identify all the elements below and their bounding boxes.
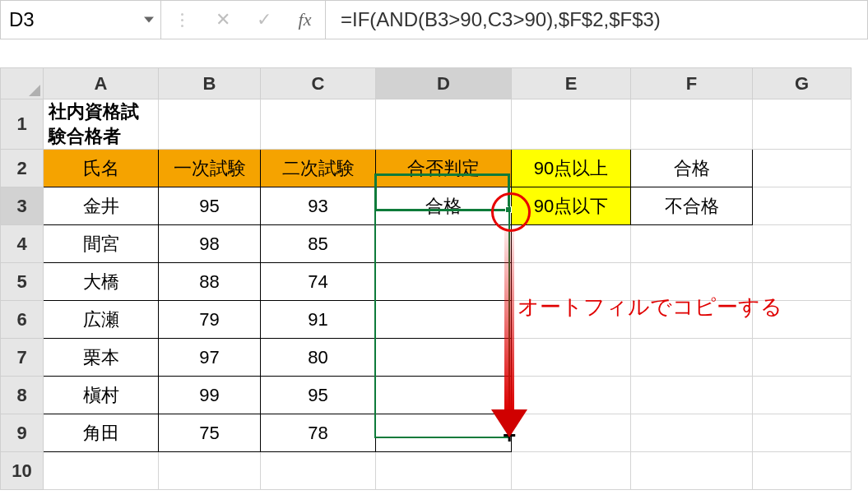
cell-C10[interactable] bbox=[261, 452, 376, 490]
row-header-5[interactable]: 5 bbox=[1, 263, 44, 301]
cell-B1[interactable] bbox=[159, 99, 261, 150]
row-header-8[interactable]: 8 bbox=[1, 377, 44, 414]
col-header-D[interactable]: D bbox=[376, 68, 512, 99]
cell-B2[interactable]: 一次試験 bbox=[159, 150, 261, 187]
col-header-F[interactable]: F bbox=[631, 68, 753, 99]
cell-D6[interactable] bbox=[376, 301, 512, 339]
cell-E5[interactable] bbox=[512, 263, 631, 301]
cell-B8[interactable]: 99 bbox=[159, 377, 261, 414]
cancel-icon: ✕ bbox=[202, 1, 244, 39]
cell-C4[interactable]: 85 bbox=[261, 225, 376, 263]
cell-E2[interactable]: 90点以上 bbox=[512, 150, 631, 187]
name-box-value: D3 bbox=[9, 8, 35, 31]
cell-E8[interactable] bbox=[512, 377, 631, 414]
cell-A3[interactable]: 金井 bbox=[44, 187, 159, 225]
formula-bar-buttons: ✕ ✓ fx bbox=[161, 1, 326, 39]
cell-C3[interactable]: 93 bbox=[261, 187, 376, 225]
cell-D1[interactable] bbox=[376, 99, 512, 150]
formula-input[interactable]: =IF(AND(B3>90,C3>90),$F$2,$F$3) bbox=[326, 1, 867, 39]
cell-F1[interactable] bbox=[631, 99, 753, 150]
cell-D4[interactable] bbox=[376, 225, 512, 263]
cell-G5[interactable] bbox=[753, 263, 852, 301]
cell-A5[interactable]: 大橋 bbox=[44, 263, 159, 301]
cell-B6[interactable]: 79 bbox=[159, 301, 261, 339]
cell-D3[interactable]: 合格 bbox=[376, 187, 512, 225]
cell-F3[interactable]: 不合格 bbox=[631, 187, 753, 225]
cell-G9[interactable] bbox=[753, 414, 852, 452]
cell-E7[interactable] bbox=[512, 339, 631, 377]
cell-F6[interactable] bbox=[631, 301, 753, 339]
name-box[interactable]: D3 bbox=[1, 1, 161, 39]
row-header-7[interactable]: 7 bbox=[1, 339, 44, 377]
cell-A2[interactable]: 氏名 bbox=[44, 150, 159, 187]
cell-F10[interactable] bbox=[631, 452, 753, 490]
row-header-4[interactable]: 4 bbox=[1, 225, 44, 263]
cell-C7[interactable]: 80 bbox=[261, 339, 376, 377]
col-header-C[interactable]: C bbox=[261, 68, 376, 99]
col-header-G[interactable]: G bbox=[753, 68, 852, 99]
cell-G1[interactable] bbox=[753, 99, 852, 150]
col-header-E[interactable]: E bbox=[512, 68, 631, 99]
cell-F2[interactable]: 合格 bbox=[631, 150, 753, 187]
cell-G3[interactable] bbox=[753, 187, 852, 225]
cell-E3[interactable]: 90点以下 bbox=[512, 187, 631, 225]
chevron-down-icon[interactable] bbox=[144, 17, 154, 23]
cell-C2[interactable]: 二次試験 bbox=[261, 150, 376, 187]
cell-A10[interactable] bbox=[44, 452, 159, 490]
cell-A7[interactable]: 栗本 bbox=[44, 339, 159, 377]
cell-D2[interactable]: 合否判定 bbox=[376, 150, 512, 187]
cell-A8[interactable]: 槇村 bbox=[44, 377, 159, 414]
cell-G8[interactable] bbox=[753, 377, 852, 414]
cell-G10[interactable] bbox=[753, 452, 852, 490]
col-header-B[interactable]: B bbox=[159, 68, 261, 99]
row-header-1[interactable]: 1 bbox=[1, 99, 44, 150]
cell-B9[interactable]: 75 bbox=[159, 414, 261, 452]
cell-B3[interactable]: 95 bbox=[159, 187, 261, 225]
cell-A1[interactable]: 社内資格試験合格者 bbox=[44, 99, 159, 150]
cell-C1[interactable] bbox=[261, 99, 376, 150]
row-header-9[interactable]: 9 bbox=[1, 414, 44, 452]
cell-B5[interactable]: 88 bbox=[159, 263, 261, 301]
cell-F7[interactable] bbox=[631, 339, 753, 377]
row-header-6[interactable]: 6 bbox=[1, 301, 44, 339]
cell-C9[interactable]: 78 bbox=[261, 414, 376, 452]
cell-B4[interactable]: 98 bbox=[159, 225, 261, 263]
cell-D10[interactable] bbox=[376, 452, 512, 490]
cell-F5[interactable] bbox=[631, 263, 753, 301]
cell-B7[interactable]: 97 bbox=[159, 339, 261, 377]
expand-icon bbox=[161, 1, 202, 39]
cell-G2[interactable] bbox=[753, 150, 852, 187]
row-header-3[interactable]: 3 bbox=[1, 187, 44, 225]
cell-A9[interactable]: 角田 bbox=[44, 414, 159, 452]
cell-C8[interactable]: 95 bbox=[261, 377, 376, 414]
cell-B10[interactable] bbox=[159, 452, 261, 490]
cell-C6[interactable]: 91 bbox=[261, 301, 376, 339]
cell-E9[interactable] bbox=[512, 414, 631, 452]
fx-icon[interactable]: fx bbox=[285, 1, 326, 39]
cell-G6[interactable] bbox=[753, 301, 852, 339]
cell-F8[interactable] bbox=[631, 377, 753, 414]
cell-D8[interactable] bbox=[376, 377, 512, 414]
cell-F9[interactable] bbox=[631, 414, 753, 452]
cell-D9[interactable] bbox=[376, 414, 512, 452]
row-header-2[interactable]: 2 bbox=[1, 150, 44, 187]
row-header-10[interactable]: 10 bbox=[1, 452, 44, 490]
cell-E10[interactable] bbox=[512, 452, 631, 490]
cell-D5[interactable] bbox=[376, 263, 512, 301]
cell-F4[interactable] bbox=[631, 225, 753, 263]
cell-A4[interactable]: 間宮 bbox=[44, 225, 159, 263]
enter-icon: ✓ bbox=[244, 1, 285, 39]
cell-G4[interactable] bbox=[753, 225, 852, 263]
formula-bar: D3 ✕ ✓ fx =IF(AND(B3>90,C3>90),$F$2,$F$3… bbox=[0, 0, 868, 39]
formula-text: =IF(AND(B3>90,C3>90),$F$2,$F$3) bbox=[341, 8, 661, 31]
cell-G7[interactable] bbox=[753, 339, 852, 377]
cell-E6[interactable] bbox=[512, 301, 631, 339]
cell-D7[interactable] bbox=[376, 339, 512, 377]
col-header-A[interactable]: A bbox=[44, 68, 159, 99]
cell-E1[interactable] bbox=[512, 99, 631, 150]
worksheet[interactable]: ABCDEFG1社内資格試験合格者2氏名一次試験二次試験合否判定90点以上合格3… bbox=[0, 67, 868, 490]
cell-C5[interactable]: 74 bbox=[261, 263, 376, 301]
select-all-corner[interactable] bbox=[1, 68, 44, 99]
cell-A6[interactable]: 広瀬 bbox=[44, 301, 159, 339]
cell-E4[interactable] bbox=[512, 225, 631, 263]
